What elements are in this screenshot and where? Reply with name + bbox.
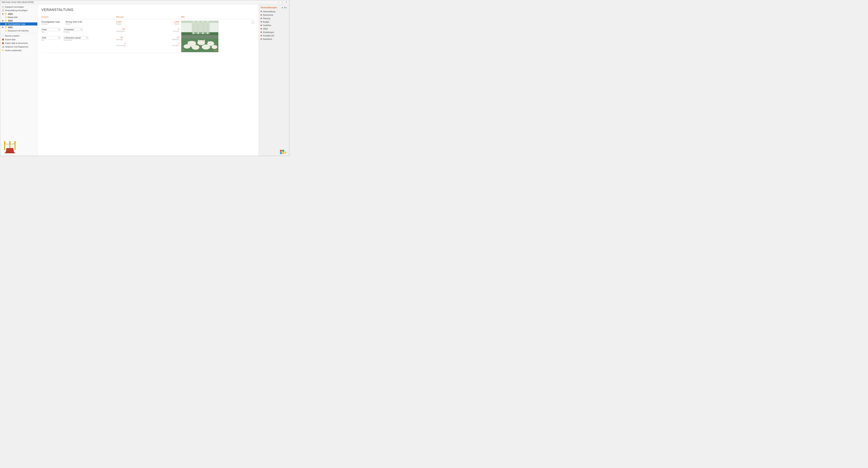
ort-cell: Park ▼ Ort 2-Business casual ▼ [41, 35, 116, 52]
right-menu-dokumente[interactable]: Dokumente [259, 13, 289, 17]
svg-rect-37 [214, 50, 215, 51]
year-2022-label: 2022 [8, 20, 13, 22]
main-layout: 📋 Kategorie hinzufügen 📋 Veranstaltung h… [0, 4, 289, 156]
nav-back-area: ⊕ [284, 150, 288, 154]
sidebar-item-feuchtgebiete-gala[interactable]: ⭐ Feuchtgebiete Gala [0, 22, 37, 26]
erinnert-value: 6 [173, 28, 179, 30]
image-checkbox[interactable] [252, 21, 254, 24]
table-header-row: Ereignis Planung Bild [41, 15, 255, 19]
svg-point-33 [216, 50, 217, 51]
dokumente-label: Dokumente [263, 14, 273, 16]
aktuell-group: 5,590 Aktuell [174, 21, 179, 25]
ereignis-name-group: Feuchtgebiete Gala Ereignis [41, 21, 60, 25]
year-2023-label: 2023 [8, 13, 13, 15]
typ-dropdown[interactable]: Party ▼ [41, 28, 61, 31]
ms-icon-svg [280, 150, 284, 154]
svg-point-21 [184, 44, 190, 49]
right-panel-title: Veranstaltungen [260, 6, 277, 9]
analysen-item[interactable]: 📊 Analysen und Diagramme [0, 45, 37, 49]
archiv-icon: 📁 [2, 49, 4, 52]
year-2022[interactable]: ▼ 📁 2022 [0, 19, 37, 22]
email-label: eMail [263, 28, 268, 30]
typ-sub-label: Typ [41, 31, 61, 33]
svg-rect-17 [192, 23, 210, 34]
ereignis-sub-label2: Ereignis [64, 31, 83, 33]
folder-2022-icon: 📁 [5, 19, 7, 22]
abgelehnt-value: 23 [172, 36, 179, 38]
svg-point-3 [4, 141, 5, 143]
folder-2023-icon: 📁 [5, 12, 7, 15]
svg-rect-25 [188, 41, 189, 43]
abgelehnt-group: 23 Abgelehnt [172, 36, 179, 40]
ort-dropdown[interactable]: Park ▼ [41, 36, 61, 39]
dresscode-dropdown[interactable]: 2-Business casual ▼ [64, 36, 89, 39]
year-2021[interactable]: ▼ 📁 2021 [0, 26, 37, 29]
image-container [181, 21, 255, 52]
add-category-label: Kategorie hinzufügen [5, 6, 24, 8]
right-menu-cashflow[interactable]: Cashflow [259, 24, 289, 27]
sidebar-item-malala-ball[interactable]: ⭐ Malala Ball [0, 16, 37, 19]
svg-rect-27 [191, 46, 192, 47]
minimize-button[interactable]: ─ [277, 1, 280, 4]
sidebar-item-austausch[interactable]: ⭐ Austausch mit Calmirey [0, 29, 37, 32]
feuchtgebiete-gala-label: Feuchtgebiete Gala [8, 23, 25, 25]
sidebar: 📋 Kategorie hinzufügen 📋 Veranstaltung h… [0, 4, 37, 156]
right-menu-einladungen[interactable]: Einladungen [259, 30, 289, 34]
dresscode-sub-label: Dresscode [64, 39, 89, 41]
svg-rect-1 [5, 152, 15, 153]
right-bottom: ⊕ [259, 148, 289, 156]
datum-group: 08 Aug 2022 0:00 Datum * [65, 21, 82, 25]
svg-rect-12 [181, 21, 218, 23]
planung-cell: 6,000 Budget 5,590 Aktuell [116, 19, 181, 27]
dot-einladungen [260, 32, 262, 33]
malala-ball-label: Malala Ball [8, 16, 18, 19]
entschuldigt-label: Entschuldigt [116, 45, 125, 47]
right-menu-notizblock[interactable]: Notizblock [259, 37, 289, 41]
page-title: VERANSTALTUNG [41, 8, 255, 12]
right-menu-budget[interactable]: Budget [259, 20, 289, 24]
ereignis-dropdown[interactable]: Fundraiser ▼ [64, 28, 83, 31]
panel-arrow-button[interactable]: ◄ [281, 6, 283, 9]
window-controls: ─ □ ✕ [277, 1, 288, 4]
export-docs-icon: 📤 [2, 42, 4, 44]
typ-value: Party [42, 28, 47, 31]
eingeladen-cell: 68 Eingeladen 6 Erinnert [116, 26, 181, 35]
trophy-decoration [2, 139, 18, 154]
bild-cell [181, 19, 255, 53]
analysen-label: Analysen und Diagramme [5, 46, 28, 48]
archiv-item[interactable]: 📁 Archiv ausblenden [0, 49, 37, 52]
svg-rect-31 [181, 35, 218, 38]
close-button[interactable]: ✕ [285, 1, 288, 4]
ort-value: Park [42, 37, 46, 39]
add-event-action[interactable]: 📋 Veranstaltung hinzufügen [0, 9, 37, 12]
datum-label: Datum * [65, 23, 82, 25]
year-2023[interactable]: ▼ 📁 2023 [0, 12, 37, 16]
export-data-item[interactable]: 📤 Export data [0, 37, 37, 41]
nav-back-button[interactable]: ⊕ [284, 150, 287, 154]
year-2021-label: 2021 [8, 26, 13, 29]
bericht-label: Bericht erstellen [5, 35, 20, 37]
panel-aa-button[interactable]: Aa↕ [284, 6, 287, 9]
budget-menu-label: Budget [263, 21, 269, 23]
right-menu-planung[interactable]: Planung [259, 17, 289, 20]
ereignis-name: Feuchtgebiete Gala [41, 21, 60, 23]
bericht-erstellen-item[interactable]: 📄 Bericht erstellen [0, 34, 37, 37]
planung-label: Planung [263, 17, 270, 20]
right-menu-email[interactable]: eMail [259, 27, 289, 30]
dot-cashflow [260, 25, 262, 26]
right-menu-veranstaltung[interactable]: Veranstaltung [259, 10, 289, 13]
right-panel-header: Veranstaltungen ◄ Aa↕ [259, 5, 289, 10]
export-data-docs-item[interactable]: 📤 Export data & documents [0, 41, 37, 45]
veranstaltung-label: Veranstaltung [263, 10, 275, 12]
maximize-button[interactable]: □ [281, 1, 284, 4]
svg-point-23 [202, 45, 210, 50]
typ-cell: Party ▼ Typ Fundraiser ▼ [41, 26, 116, 35]
event-image-svg [181, 21, 218, 52]
noshow-group: 2 No-show [172, 42, 179, 47]
svg-rect-34 [214, 49, 214, 50]
right-menu-kontakte[interactable]: Kontakte [G] [259, 34, 289, 37]
bestaetigt-cell: 45 Bestätigt 23 Abgelehnt 3 [116, 35, 181, 52]
svg-rect-35 [214, 49, 215, 50]
add-category-action[interactable]: 📋 Kategorie hinzufügen [0, 5, 37, 9]
export-icon: 📤 [2, 38, 4, 40]
